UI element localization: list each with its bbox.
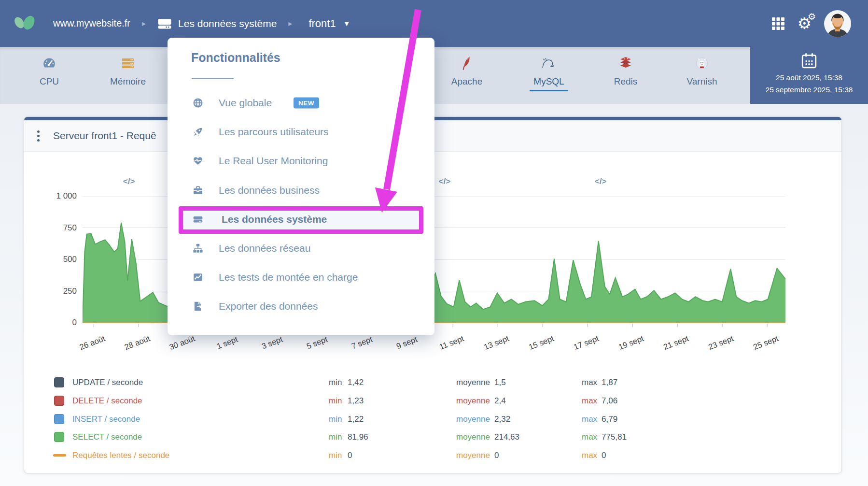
kebab-menu-icon[interactable] <box>37 130 40 142</box>
leaf-logo-icon <box>13 13 40 35</box>
breadcrumb-site[interactable]: www.mywebsite.fr <box>53 18 130 29</box>
features-dropdown-menu: Fonctionnalités Vue globaleNEW Les parco… <box>168 38 434 335</box>
menu-item-exporter-donnees[interactable]: Exporter des données <box>168 295 434 318</box>
legend-min-value: 1,23 <box>348 395 364 406</box>
breadcrumb: www.mywebsite.fr ▸ Les données système ▸… <box>53 17 350 30</box>
x-axis-tick: 5 sept <box>306 335 329 351</box>
menu-item-donnees-reseau[interactable]: Les données réseau <box>168 237 434 260</box>
breadcrumb-section-label: Les données système <box>178 18 277 29</box>
chevron-right-icon: ▸ <box>142 19 146 28</box>
tab-label: Varnish <box>670 76 734 87</box>
legend-avg-label: moyenne <box>456 377 490 388</box>
user-avatar[interactable] <box>824 10 852 38</box>
date-range-picker[interactable]: 25 août 2025, 15:38 25 septembre 2025, 1… <box>750 47 868 104</box>
breadcrumb-server-dropdown[interactable]: front1 ▼ <box>308 17 350 30</box>
legend-max-label: max <box>582 395 597 406</box>
x-axis-tick: 15 sept <box>528 334 555 352</box>
legend-row-update[interactable]: UPDATE / secondemin1,42moyenne1,5max1,87 <box>24 377 841 389</box>
tab-apache[interactable]: Apache <box>435 55 499 87</box>
x-axis-tick: 11 sept <box>438 334 465 352</box>
tab-redis[interactable]: Redis <box>594 55 658 87</box>
deploy-marker-icon[interactable]: </> <box>595 177 607 186</box>
breadcrumb-server-label: front1 <box>308 17 336 30</box>
y-axis-tick: 0 <box>41 318 77 328</box>
legend-min-value: 81,96 <box>348 431 368 443</box>
menu-item-real-user-monitoring[interactable]: Le Real User Monitoring <box>168 149 434 172</box>
chevron-right-icon: ▸ <box>288 19 292 28</box>
legend-min-value: 1,42 <box>348 377 364 388</box>
deploy-marker-icon[interactable]: </> <box>439 177 451 186</box>
menu-item-vue-globale[interactable]: Vue globaleNEW <box>168 91 434 114</box>
tab-label: Apache <box>435 76 499 87</box>
settings-gears-icon[interactable]: ⚙⚙ <box>797 15 812 31</box>
chart-line-icon <box>193 272 203 283</box>
legend-row-requtes[interactable]: Requêtes lentes / secondemin0moyenne0max… <box>24 450 841 462</box>
legend-avg-label: moyenne <box>456 431 490 443</box>
tab-cpu[interactable]: CPU <box>17 55 81 87</box>
breadcrumb-section[interactable]: Les données système <box>157 18 277 29</box>
legend-min-value: 0 <box>348 450 352 461</box>
mysql-icon <box>517 55 581 72</box>
file-export-icon <box>193 301 203 312</box>
date-range-end: 25 septembre 2025, 15:38 <box>750 84 868 96</box>
varnish-icon <box>670 55 734 72</box>
legend-min-label: min <box>329 431 342 443</box>
brand-logo[interactable] <box>13 13 40 35</box>
tab-label: Redis <box>594 76 658 87</box>
legend-row-delete[interactable]: DELETE / secondemin1,23moyenne2,4max7,06 <box>24 395 841 408</box>
legend-max-value: 6,79 <box>602 414 617 425</box>
apache-icon <box>435 55 499 72</box>
x-axis-tick: 19 sept <box>617 334 645 352</box>
legend-avg-value: 2,32 <box>494 414 510 425</box>
globe-icon <box>193 98 203 108</box>
server-icon <box>157 18 172 29</box>
x-axis-tick: 7 sept <box>350 335 374 351</box>
panel-title: Serveur front1 - Requê <box>53 130 156 142</box>
y-axis-tick: 500 <box>41 255 77 264</box>
menu-item-parcours-utilisateurs[interactable]: Les parcours utilisateurs <box>168 120 434 143</box>
tab-label: CPU <box>17 76 81 87</box>
tab-label: Mémoire <box>96 76 160 87</box>
server-icon <box>193 214 203 225</box>
navbar-actions: ⚙⚙ <box>771 0 852 47</box>
legend-row-insert[interactable]: INSERT / secondemin1,22moyenne2,32max6,7… <box>24 414 841 426</box>
y-axis-tick: 750 <box>41 223 77 233</box>
x-axis-tick: 21 sept <box>662 334 690 352</box>
legend-max-value: 1,87 <box>602 377 617 388</box>
legend-series-name: Requêtes lentes / seconde <box>72 450 169 461</box>
redis-icon <box>594 55 658 72</box>
legend-min-label: min <box>329 450 342 461</box>
deploy-marker-icon[interactable]: </> <box>123 177 135 186</box>
active-tab-underline <box>530 90 568 91</box>
menu-item-donnees-business[interactable]: Les données business <box>168 179 434 202</box>
legend-square-swatch <box>54 377 64 387</box>
menu-item-label: Exporter des données <box>219 300 318 312</box>
legend-avg-label: moyenne <box>456 450 490 461</box>
tab-mysql[interactable]: MySQL <box>517 55 581 91</box>
x-axis-tick: 25 sept <box>752 334 780 352</box>
briefcase-icon <box>193 185 203 196</box>
x-axis-tick: 3 sept <box>261 335 284 351</box>
date-range-start: 25 août 2025, 15:38 <box>750 71 868 84</box>
x-axis-tick: 9 sept <box>395 335 419 351</box>
apps-grid-icon[interactable] <box>771 17 785 30</box>
cpu-icon <box>17 55 81 72</box>
legend-min-label: min <box>329 395 342 406</box>
legend-min-value: 1,22 <box>348 414 364 425</box>
sitemap-icon <box>193 243 203 254</box>
menu-item-label: Vue globale <box>219 97 272 109</box>
legend-square-swatch <box>54 396 64 406</box>
legend-row-select[interactable]: SELECT / secondemin81,96moyenne214,63max… <box>24 431 841 444</box>
menu-title-underline <box>192 78 234 79</box>
x-axis-tick: 30 août <box>168 334 196 352</box>
legend-square-swatch <box>54 414 64 424</box>
menu-item-donnees-systeme[interactable]: Les données système <box>168 208 434 231</box>
legend-avg-value: 0 <box>494 450 499 461</box>
tab-memoire[interactable]: Mémoire <box>96 55 160 87</box>
legend-avg-value: 1,5 <box>494 377 506 388</box>
tab-varnish[interactable]: Varnish <box>670 55 734 87</box>
menu-item-tests-montee-charge[interactable]: Les tests de montée en charge <box>168 266 434 289</box>
legend-min-label: min <box>329 414 342 425</box>
menu-item-label: Le Real User Monitoring <box>219 155 328 167</box>
x-axis-tick: 1 sept <box>216 335 239 351</box>
